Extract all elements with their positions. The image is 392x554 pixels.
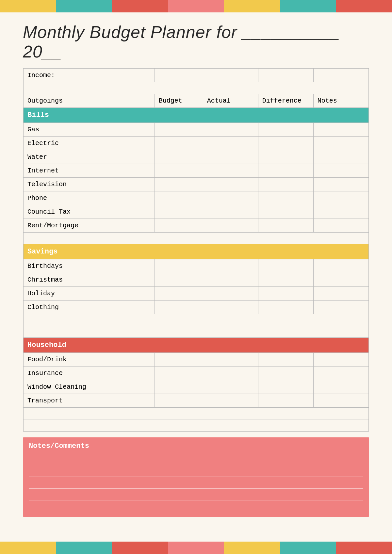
budget-food-drink[interactable]	[155, 353, 203, 367]
diff-internet[interactable]	[258, 164, 313, 178]
label-window-cleaning: Window Cleaning	[24, 380, 155, 394]
actual-council-tax[interactable]	[203, 205, 258, 219]
actual-clothing[interactable]	[203, 301, 258, 314]
budget-clothing[interactable]	[155, 301, 203, 314]
notes-holiday[interactable]	[313, 287, 368, 301]
notes-television[interactable]	[313, 178, 368, 191]
spacer-household-1	[24, 408, 369, 419]
actual-christmas[interactable]	[203, 273, 258, 287]
diff-transport[interactable]	[258, 394, 313, 408]
notes-phone[interactable]	[313, 191, 368, 205]
actual-transport[interactable]	[203, 394, 258, 408]
actual-holiday[interactable]	[203, 287, 258, 301]
notes-council-tax[interactable]	[313, 205, 368, 219]
diff-council-tax[interactable]	[258, 205, 313, 219]
page-title: Monthly Budget Planner for __________ 20…	[23, 22, 369, 61]
income-actual[interactable]	[203, 69, 258, 82]
notes-transport[interactable]	[313, 394, 368, 408]
bills-header-row: Bills	[24, 108, 369, 123]
diff-phone[interactable]	[258, 191, 313, 205]
savings-header-row: Savings	[24, 244, 369, 259]
notes-window-cleaning[interactable]	[313, 380, 368, 394]
diff-water[interactable]	[258, 150, 313, 164]
row-transport: Transport	[24, 394, 369, 408]
budget-television[interactable]	[155, 178, 203, 191]
income-diff[interactable]	[258, 69, 313, 82]
top-seg-4	[168, 0, 224, 12]
diff-birthdays[interactable]	[258, 259, 313, 273]
notes-insurance[interactable]	[313, 367, 368, 380]
budget-internet[interactable]	[155, 164, 203, 178]
diff-rent-mortgage[interactable]	[258, 219, 313, 233]
row-birthdays: Birthdays	[24, 259, 369, 273]
row-rent-mortgage: Rent/Mortgage	[24, 219, 369, 233]
bot-seg-6	[280, 542, 336, 554]
budget-birthdays[interactable]	[155, 259, 203, 273]
notes-food-drink[interactable]	[313, 353, 368, 367]
budget-holiday[interactable]	[155, 287, 203, 301]
actual-food-drink[interactable]	[203, 353, 258, 367]
notes-birthdays[interactable]	[313, 259, 368, 273]
notes-section[interactable]: Notes/Comments	[23, 437, 369, 517]
diff-gas[interactable]	[258, 123, 313, 137]
actual-birthdays[interactable]	[203, 259, 258, 273]
notes-internet[interactable]	[313, 164, 368, 178]
actual-rent-mortgage[interactable]	[203, 219, 258, 233]
diff-christmas[interactable]	[258, 273, 313, 287]
notes-gas[interactable]	[313, 123, 368, 137]
income-notes[interactable]	[313, 69, 368, 82]
actual-phone[interactable]	[203, 191, 258, 205]
actual-insurance[interactable]	[203, 367, 258, 380]
diff-holiday[interactable]	[258, 287, 313, 301]
budget-electric[interactable]	[155, 137, 203, 150]
row-water: Water	[24, 150, 369, 164]
top-seg-2	[56, 0, 112, 12]
diff-insurance[interactable]	[258, 367, 313, 380]
budget-transport[interactable]	[155, 394, 203, 408]
budget-gas[interactable]	[155, 123, 203, 137]
outgoings-header-row: Outgoings Budget Actual Difference Notes	[24, 94, 369, 108]
actual-television[interactable]	[203, 178, 258, 191]
budget-insurance[interactable]	[155, 367, 203, 380]
budget-phone[interactable]	[155, 191, 203, 205]
actual-internet[interactable]	[203, 164, 258, 178]
page: Monthly Budget Planner for __________ 20…	[0, 0, 392, 554]
household-header-row: Household	[24, 338, 369, 353]
notes-electric[interactable]	[313, 137, 368, 150]
budget-water[interactable]	[155, 150, 203, 164]
notes-line-2	[29, 465, 363, 477]
label-birthdays: Birthdays	[24, 259, 155, 273]
notes-line-5	[29, 500, 363, 512]
diff-window-cleaning[interactable]	[258, 380, 313, 394]
col-actual: Actual	[203, 94, 258, 108]
notes-lines	[29, 453, 363, 512]
budget-window-cleaning[interactable]	[155, 380, 203, 394]
income-budget[interactable]	[155, 69, 203, 82]
notes-rent-mortgage[interactable]	[313, 219, 368, 233]
actual-electric[interactable]	[203, 137, 258, 150]
actual-gas[interactable]	[203, 123, 258, 137]
diff-food-drink[interactable]	[258, 353, 313, 367]
top-bar	[0, 0, 392, 12]
spacer-savings-1	[24, 314, 369, 326]
diff-clothing[interactable]	[258, 301, 313, 314]
label-food-drink: Food/Drink	[24, 353, 155, 367]
label-internet: Internet	[24, 164, 155, 178]
diff-electric[interactable]	[258, 137, 313, 150]
notes-clothing[interactable]	[313, 301, 368, 314]
row-phone: Phone	[24, 191, 369, 205]
budget-council-tax[interactable]	[155, 205, 203, 219]
col-difference: Difference	[258, 94, 313, 108]
actual-water[interactable]	[203, 150, 258, 164]
notes-water[interactable]	[313, 150, 368, 164]
diff-television[interactable]	[258, 178, 313, 191]
top-seg-7	[336, 0, 392, 12]
notes-christmas[interactable]	[313, 273, 368, 287]
actual-window-cleaning[interactable]	[203, 380, 258, 394]
top-seg-6	[280, 0, 336, 12]
income-row: Income:	[24, 69, 369, 82]
budget-christmas[interactable]	[155, 273, 203, 287]
label-gas: Gas	[24, 123, 155, 137]
budget-rent-mortgage[interactable]	[155, 219, 203, 233]
bottom-bar	[0, 542, 392, 554]
